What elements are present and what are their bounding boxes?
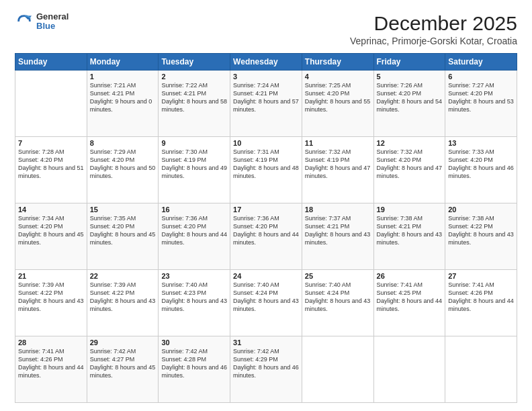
calendar-cell — [15, 71, 87, 137]
logo-icon — [15, 12, 34, 31]
calendar-cell: 26Sunrise: 7:41 AMSunset: 4:25 PMDayligh… — [373, 270, 445, 336]
day-info: Sunrise: 7:24 AMSunset: 4:21 PMDaylight:… — [233, 81, 299, 114]
day-number: 19 — [377, 205, 443, 214]
day-info: Sunrise: 7:42 AMSunset: 4:29 PMDaylight:… — [233, 347, 299, 380]
calendar-week-1: 1Sunrise: 7:21 AMSunset: 4:21 PMDaylight… — [15, 71, 517, 137]
day-number: 18 — [305, 205, 371, 214]
calendar-cell: 31Sunrise: 7:42 AMSunset: 4:29 PMDayligh… — [230, 336, 302, 403]
day-number: 20 — [448, 205, 514, 214]
day-number: 25 — [305, 272, 371, 280]
day-number: 10 — [233, 139, 299, 147]
calendar-cell: 8Sunrise: 7:29 AMSunset: 4:20 PMDaylight… — [87, 137, 159, 203]
day-number: 8 — [90, 139, 156, 147]
day-info: Sunrise: 7:41 AMSunset: 4:25 PMDaylight:… — [377, 281, 443, 314]
calendar-cell: 5Sunrise: 7:26 AMSunset: 4:20 PMDaylight… — [373, 71, 445, 137]
day-info: Sunrise: 7:38 AMSunset: 4:22 PMDaylight:… — [448, 214, 514, 247]
calendar-cell: 11Sunrise: 7:32 AMSunset: 4:19 PMDayligh… — [302, 137, 373, 203]
day-info: Sunrise: 7:36 AMSunset: 4:20 PMDaylight:… — [161, 214, 227, 247]
day-info: Sunrise: 7:41 AMSunset: 4:26 PMDaylight:… — [448, 281, 514, 314]
calendar-cell: 30Sunrise: 7:42 AMSunset: 4:28 PMDayligh… — [159, 336, 230, 403]
day-number: 9 — [161, 139, 227, 147]
calendar-week-3: 14Sunrise: 7:34 AMSunset: 4:20 PMDayligh… — [15, 203, 517, 270]
day-number: 27 — [448, 272, 514, 280]
day-info: Sunrise: 7:22 AMSunset: 4:21 PMDaylight:… — [161, 81, 227, 114]
calendar-cell — [373, 336, 445, 403]
logo-text: General Blue — [36, 12, 69, 32]
day-info: Sunrise: 7:31 AMSunset: 4:19 PMDaylight:… — [233, 148, 299, 181]
calendar-cell: 27Sunrise: 7:41 AMSunset: 4:26 PMDayligh… — [445, 270, 517, 336]
calendar-cell: 24Sunrise: 7:40 AMSunset: 4:24 PMDayligh… — [230, 270, 302, 336]
calendar-cell: 6Sunrise: 7:27 AMSunset: 4:20 PMDaylight… — [445, 71, 517, 137]
day-number: 14 — [18, 205, 84, 214]
col-sunday: Sunday — [15, 54, 87, 71]
logo-blue-text: Blue — [36, 21, 69, 31]
calendar-cell: 13Sunrise: 7:33 AMSunset: 4:20 PMDayligh… — [445, 137, 517, 203]
calendar-cell: 19Sunrise: 7:38 AMSunset: 4:21 PMDayligh… — [373, 203, 445, 270]
day-info: Sunrise: 7:38 AMSunset: 4:21 PMDaylight:… — [377, 214, 443, 247]
title-block: December 2025 Veprinac, Primorje-Gorski … — [350, 12, 517, 46]
day-info: Sunrise: 7:30 AMSunset: 4:19 PMDaylight:… — [161, 148, 227, 181]
calendar-cell: 14Sunrise: 7:34 AMSunset: 4:20 PMDayligh… — [15, 203, 87, 270]
logo: General Blue — [15, 12, 69, 32]
calendar-cell: 16Sunrise: 7:36 AMSunset: 4:20 PMDayligh… — [159, 203, 230, 270]
day-info: Sunrise: 7:34 AMSunset: 4:20 PMDaylight:… — [18, 214, 84, 247]
day-info: Sunrise: 7:32 AMSunset: 4:20 PMDaylight:… — [377, 148, 443, 181]
day-number: 1 — [90, 73, 156, 81]
subtitle: Veprinac, Primorje-Gorski Kotar, Croatia — [350, 36, 517, 46]
day-number: 16 — [161, 205, 227, 214]
day-info: Sunrise: 7:21 AMSunset: 4:21 PMDaylight:… — [90, 81, 156, 114]
calendar-week-2: 7Sunrise: 7:28 AMSunset: 4:20 PMDaylight… — [15, 137, 517, 203]
calendar-cell: 9Sunrise: 7:30 AMSunset: 4:19 PMDaylight… — [159, 137, 230, 203]
calendar-cell: 25Sunrise: 7:40 AMSunset: 4:24 PMDayligh… — [302, 270, 373, 336]
day-number: 6 — [448, 73, 514, 81]
col-saturday: Saturday — [445, 54, 517, 71]
calendar-cell: 15Sunrise: 7:35 AMSunset: 4:20 PMDayligh… — [87, 203, 159, 270]
day-number: 15 — [90, 205, 156, 214]
day-info: Sunrise: 7:39 AMSunset: 4:22 PMDaylight:… — [90, 281, 156, 314]
day-number: 5 — [377, 73, 443, 81]
calendar-cell: 21Sunrise: 7:39 AMSunset: 4:22 PMDayligh… — [15, 270, 87, 336]
calendar-cell: 17Sunrise: 7:36 AMSunset: 4:20 PMDayligh… — [230, 203, 302, 270]
day-number: 4 — [305, 73, 371, 81]
day-info: Sunrise: 7:40 AMSunset: 4:24 PMDaylight:… — [233, 281, 299, 314]
day-number: 26 — [377, 272, 443, 280]
col-thursday: Thursday — [302, 54, 373, 71]
day-info: Sunrise: 7:25 AMSunset: 4:20 PMDaylight:… — [305, 81, 371, 114]
calendar-cell: 10Sunrise: 7:31 AMSunset: 4:19 PMDayligh… — [230, 137, 302, 203]
day-number: 2 — [161, 73, 227, 81]
day-number: 22 — [90, 272, 156, 280]
day-info: Sunrise: 7:27 AMSunset: 4:20 PMDaylight:… — [448, 81, 514, 114]
day-number: 28 — [18, 338, 84, 347]
calendar-cell: 29Sunrise: 7:42 AMSunset: 4:27 PMDayligh… — [87, 336, 159, 403]
day-number: 13 — [448, 139, 514, 147]
day-number: 12 — [377, 139, 443, 147]
calendar-cell: 2Sunrise: 7:22 AMSunset: 4:21 PMDaylight… — [159, 71, 230, 137]
day-number: 29 — [90, 338, 156, 347]
day-info: Sunrise: 7:42 AMSunset: 4:27 PMDaylight:… — [90, 347, 156, 380]
day-info: Sunrise: 7:33 AMSunset: 4:20 PMDaylight:… — [448, 148, 514, 181]
day-number: 24 — [233, 272, 299, 280]
day-number: 17 — [233, 205, 299, 214]
day-number: 23 — [161, 272, 227, 280]
day-number: 3 — [233, 73, 299, 81]
calendar-cell: 28Sunrise: 7:41 AMSunset: 4:26 PMDayligh… — [15, 336, 87, 403]
day-number: 31 — [233, 338, 299, 347]
calendar-cell: 3Sunrise: 7:24 AMSunset: 4:21 PMDaylight… — [230, 71, 302, 137]
day-info: Sunrise: 7:40 AMSunset: 4:23 PMDaylight:… — [161, 281, 227, 314]
calendar-cell — [302, 336, 373, 403]
col-wednesday: Wednesday — [230, 54, 302, 71]
day-number: 11 — [305, 139, 371, 147]
calendar-cell: 20Sunrise: 7:38 AMSunset: 4:22 PMDayligh… — [445, 203, 517, 270]
page: General Blue December 2025 Veprinac, Pri… — [0, 0, 532, 411]
calendar-cell — [445, 336, 517, 403]
main-title: December 2025 — [350, 12, 517, 34]
calendar-cell: 1Sunrise: 7:21 AMSunset: 4:21 PMDaylight… — [87, 71, 159, 137]
day-number: 30 — [161, 338, 227, 347]
day-info: Sunrise: 7:29 AMSunset: 4:20 PMDaylight:… — [90, 148, 156, 181]
day-info: Sunrise: 7:36 AMSunset: 4:20 PMDaylight:… — [233, 214, 299, 247]
day-info: Sunrise: 7:40 AMSunset: 4:24 PMDaylight:… — [305, 281, 371, 314]
calendar-cell: 7Sunrise: 7:28 AMSunset: 4:20 PMDaylight… — [15, 137, 87, 203]
calendar-cell: 18Sunrise: 7:37 AMSunset: 4:21 PMDayligh… — [302, 203, 373, 270]
col-friday: Friday — [373, 54, 445, 71]
logo-general-text: General — [36, 12, 69, 21]
